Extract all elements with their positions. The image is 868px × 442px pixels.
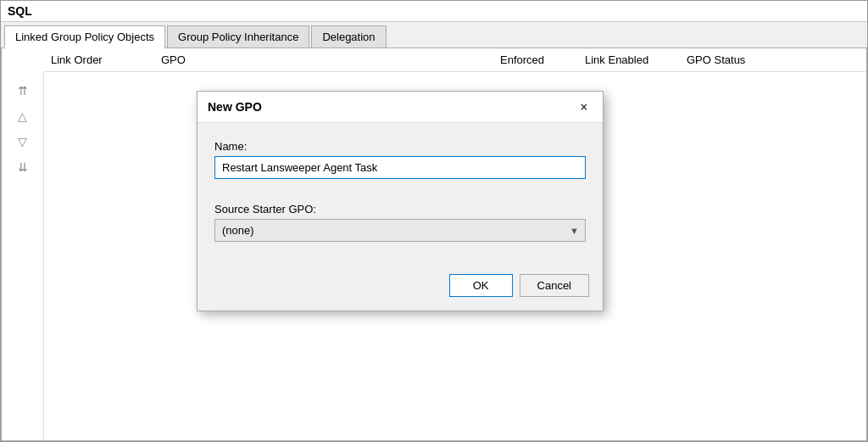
name-input[interactable]	[214, 156, 586, 179]
source-select[interactable]: (none)	[214, 219, 586, 242]
window-title-bar: SQL	[1, 1, 867, 22]
source-select-wrapper: (none) ▼	[214, 219, 586, 242]
move-down-button[interactable]: ▽	[11, 131, 35, 152]
name-field-group: Name:	[214, 140, 586, 191]
col-header-link-order: Link Order	[44, 53, 154, 66]
tab-group-policy-inheritance[interactable]: Group Policy Inheritance	[167, 25, 309, 48]
modal-body: Name: Source Starter GPO: (none) ▼	[198, 123, 603, 267]
modal-footer: OK Cancel	[198, 267, 603, 311]
window-title: SQL	[8, 4, 32, 18]
table-header: Link Order GPO Enforced Link Enabled GPO…	[44, 48, 866, 72]
tab-delegation[interactable]: Delegation	[311, 25, 386, 48]
move-top-button[interactable]: ⇈	[11, 81, 35, 101]
main-window: SQL Linked Group Policy Objects Group Po…	[0, 0, 868, 442]
source-label: Source Starter GPO:	[214, 203, 586, 215]
col-header-gpo-status: GPO Status	[680, 53, 782, 66]
move-up-button[interactable]: △	[11, 106, 35, 126]
cancel-button[interactable]: Cancel	[520, 274, 589, 297]
new-gpo-dialog: New GPO × Name: Source Starter GPO: (non…	[197, 91, 604, 311]
tab-content: Link Order GPO Enforced Link Enabled GPO…	[1, 48, 867, 441]
move-bottom-button[interactable]: ⇊	[11, 157, 35, 177]
name-label: Name:	[214, 140, 586, 153]
tab-linked-gpo[interactable]: Linked Group Policy Objects	[4, 25, 165, 48]
col-header-enforced: Enforced	[493, 53, 578, 66]
modal-title-bar: New GPO ×	[198, 92, 603, 123]
modal-title: New GPO	[208, 100, 262, 114]
tab-bar: Linked Group Policy Objects Group Policy…	[1, 22, 867, 48]
modal-close-button[interactable]: ×	[576, 98, 593, 115]
ok-button[interactable]: OK	[449, 274, 513, 297]
source-field-group: Source Starter GPO: (none) ▼	[214, 203, 586, 242]
sidebar-controls: ⇈ △ ▽ ⇊	[2, 72, 44, 440]
col-header-gpo: GPO	[154, 53, 493, 66]
col-header-link-enabled: Link Enabled	[578, 53, 680, 66]
